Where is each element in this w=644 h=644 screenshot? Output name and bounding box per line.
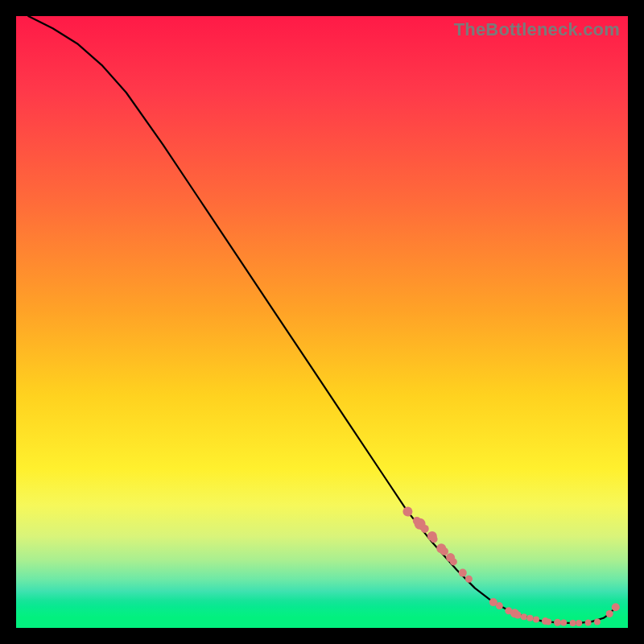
data-dots-group — [402, 507, 619, 626]
data-dot — [554, 619, 561, 626]
data-dot — [431, 535, 438, 543]
data-dot — [585, 620, 592, 626]
data-dot — [459, 569, 467, 577]
data-dot — [570, 620, 576, 626]
data-dot — [545, 618, 551, 625]
data-dot — [521, 613, 527, 620]
data-dot — [421, 525, 429, 533]
chart-frame: TheBottleneck.com — [0, 0, 644, 644]
data-dot — [612, 603, 620, 611]
data-dot — [514, 612, 522, 619]
data-dot — [465, 576, 473, 583]
data-dot — [560, 620, 567, 626]
data-dot — [496, 602, 503, 609]
data-dot — [576, 620, 582, 626]
bottleneck-curve — [28, 16, 616, 623]
data-dot — [450, 558, 457, 565]
data-dot — [526, 615, 533, 621]
plot-area: TheBottleneck.com — [16, 16, 628, 628]
data-dot — [440, 547, 448, 555]
data-dot — [594, 618, 601, 625]
curve-layer — [16, 16, 628, 628]
data-dot — [402, 507, 412, 517]
data-dot — [533, 616, 539, 622]
data-dot — [606, 610, 613, 617]
